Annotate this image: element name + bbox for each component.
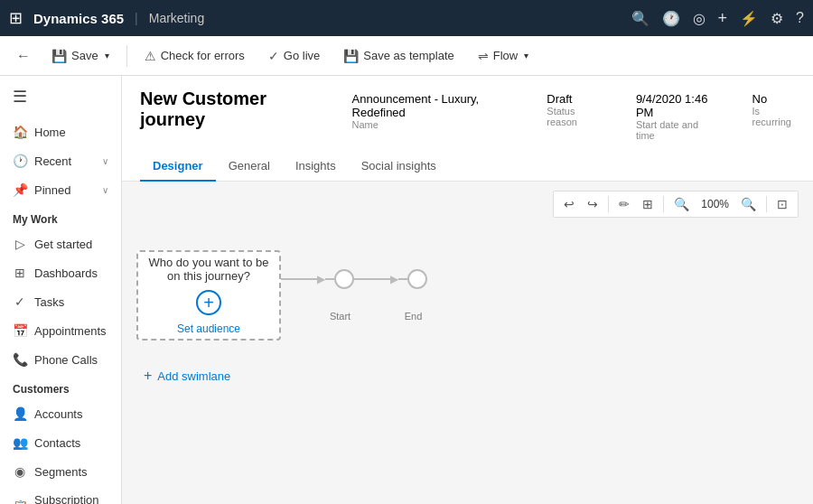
expand-icon: ∨ (102, 156, 108, 166)
check-errors-button[interactable]: ⚠ Check for errors (135, 43, 255, 69)
flow-caret[interactable]: ▾ (524, 51, 528, 61)
flow-button[interactable]: ⇌ Flow ▾ (468, 43, 538, 69)
journey-canvas: Who do you want to be on this journey? +… (136, 241, 799, 387)
sidebar-item-get-started[interactable]: ▷ Get started (0, 229, 121, 258)
meta-date: 9/4/2020 1:46 PM Start date and time (636, 92, 716, 141)
meta-name-label: Name (352, 119, 511, 130)
search-icon[interactable]: 🔍 (631, 10, 649, 27)
content-area: New Customer journey Announcement - Luxu… (122, 76, 813, 504)
page-title-row: New Customer journey Announcement - Luxu… (140, 89, 795, 141)
tab-insights[interactable]: Insights (283, 152, 349, 182)
page-title: New Customer journey (140, 89, 316, 130)
save-button[interactable]: 💾 Save ▾ (42, 43, 119, 69)
grid-view-button[interactable]: ⊞ (638, 194, 658, 214)
set-audience-plus[interactable]: + (196, 290, 221, 315)
zoom-in-button[interactable]: 🔍 (736, 194, 761, 214)
add-icon[interactable]: + (718, 9, 728, 28)
my-work-section: My Work (0, 204, 121, 229)
sidebar-item-label: Recent (34, 154, 71, 168)
tab-general[interactable]: General (216, 152, 283, 182)
help-icon[interactable]: ? (796, 10, 804, 26)
meta-date-value: 9/4/2020 1:46 PM (636, 92, 716, 119)
fullscreen-button[interactable]: ⊡ (772, 194, 792, 214)
recent-icon[interactable]: 🕐 (662, 10, 680, 27)
topbar: ⊞ Dynamics 365 | Marketing 🔍 🕐 ◎ + ⚡ ⚙ ? (0, 0, 813, 36)
redo-button[interactable]: ↪ (583, 194, 603, 214)
sidebar-item-appointments[interactable]: 📅 Appointments (0, 316, 121, 345)
main-layout: ☰ 🏠 Home 🕐 Recent ∨ 📌 Pinned ∨ My Work ▷… (0, 76, 813, 504)
topbar-icons: 🔍 🕐 ◎ + ⚡ ⚙ ? (631, 9, 804, 28)
sidebar-item-label: Dashboards (34, 266, 98, 280)
location-icon[interactable]: ◎ (693, 10, 706, 27)
meta-name: Announcement - Luxury, Redefined Name (352, 92, 511, 141)
back-button[interactable]: ← (9, 43, 38, 69)
hamburger-icon[interactable]: ☰ (0, 76, 121, 117)
start-circle (334, 269, 354, 289)
grid-icon[interactable]: ⊞ (9, 8, 23, 28)
flow-icon: ⇌ (478, 49, 489, 63)
home-icon: 🏠 (13, 125, 27, 139)
segments-icon: ◉ (13, 464, 27, 479)
sidebar-item-tasks[interactable]: ✓ Tasks (0, 287, 121, 316)
appointments-icon: 📅 (13, 323, 27, 338)
sidebar-item-label: Accounts (34, 407, 82, 421)
phone-icon: 📞 (13, 352, 27, 367)
dtb-separator-3 (766, 196, 767, 212)
dtb-separator-1 (608, 196, 609, 212)
sidebar-item-segments[interactable]: ◉ Segments (0, 457, 121, 486)
page-meta: Announcement - Luxury, Redefined Name Dr… (352, 92, 795, 141)
sidebar-item-label: Segments (34, 465, 88, 479)
journey-arrow-start: ▶ Start (281, 269, 354, 322)
template-icon: 💾 (343, 49, 359, 63)
tab-social-insights[interactable]: Social insights (349, 152, 449, 182)
audience-text: Who do you want to be on this journey? (138, 256, 279, 283)
go-live-button[interactable]: ✓ Go live (258, 43, 330, 69)
zoom-out-button[interactable]: 🔍 (669, 194, 694, 214)
sidebar-item-label: Get started (34, 238, 92, 251)
zoom-level: 100% (697, 195, 733, 213)
sidebar-item-pinned[interactable]: 📌 Pinned ∨ (0, 175, 121, 204)
sidebar-item-subscription-lists[interactable]: 📋 Subscription lists (0, 486, 121, 504)
set-audience-link[interactable]: Set audience (177, 322, 240, 335)
tasks-icon: ✓ (13, 294, 27, 309)
meta-status-value: Draft (547, 92, 600, 106)
sidebar-item-label: Phone Calls (34, 353, 98, 367)
dtb-separator-2 (663, 196, 664, 212)
recent-icon: 🕐 (13, 154, 27, 168)
filter-icon[interactable]: ⚡ (740, 10, 758, 27)
module-label: Marketing (149, 11, 204, 25)
start-label: Start (328, 311, 353, 322)
add-swimlane-button[interactable]: + Add swimlane (136, 364, 799, 387)
settings-icon[interactable]: ⚙ (771, 10, 783, 27)
save-caret[interactable]: ▾ (105, 51, 109, 61)
meta-status-label: Status reason (547, 106, 600, 127)
audience-box[interactable]: Who do you want to be on this journey? +… (136, 250, 281, 341)
sidebar-item-accounts[interactable]: 👤 Accounts (0, 399, 121, 428)
designer-area: ↩ ↪ ✏ ⊞ 🔍 100% 🔍 ⊡ Who do you want to be (122, 182, 813, 504)
get-started-icon: ▷ (13, 237, 27, 251)
meta-name-value: Announcement - Luxury, Redefined (352, 92, 511, 119)
subscription-icon: 📋 (13, 499, 27, 504)
sidebar-item-label: Pinned (34, 183, 70, 197)
brand-separator: | (135, 11, 138, 25)
sidebar-item-home[interactable]: 🏠 Home (0, 117, 121, 146)
end-circle (407, 269, 427, 289)
save-template-button[interactable]: 💾 Save as template (333, 43, 463, 69)
meta-status: Draft Status reason (547, 92, 600, 141)
expand-icon: ∨ (102, 185, 108, 195)
tabs: Designer General Insights Social insight… (140, 152, 795, 181)
edit-button[interactable]: ✏ (614, 194, 634, 214)
dashboards-icon: ⊞ (13, 266, 27, 280)
sidebar-item-phone-calls[interactable]: 📞 Phone Calls (0, 345, 121, 374)
sidebar-item-recent[interactable]: 🕐 Recent ∨ (0, 146, 121, 175)
page-header: New Customer journey Announcement - Luxu… (122, 76, 813, 182)
accounts-icon: 👤 (13, 406, 27, 421)
tab-designer[interactable]: Designer (140, 152, 216, 182)
go-live-icon: ✓ (268, 49, 279, 63)
sidebar-item-dashboards[interactable]: ⊞ Dashboards (0, 258, 121, 287)
undo-button[interactable]: ↩ (559, 194, 579, 214)
add-swimlane-plus-icon: + (144, 368, 152, 384)
journey-arrow-end: ▶ End (354, 269, 427, 322)
brand-label: Dynamics 365 (33, 11, 124, 26)
sidebar-item-contacts[interactable]: 👥 Contacts (0, 428, 121, 457)
